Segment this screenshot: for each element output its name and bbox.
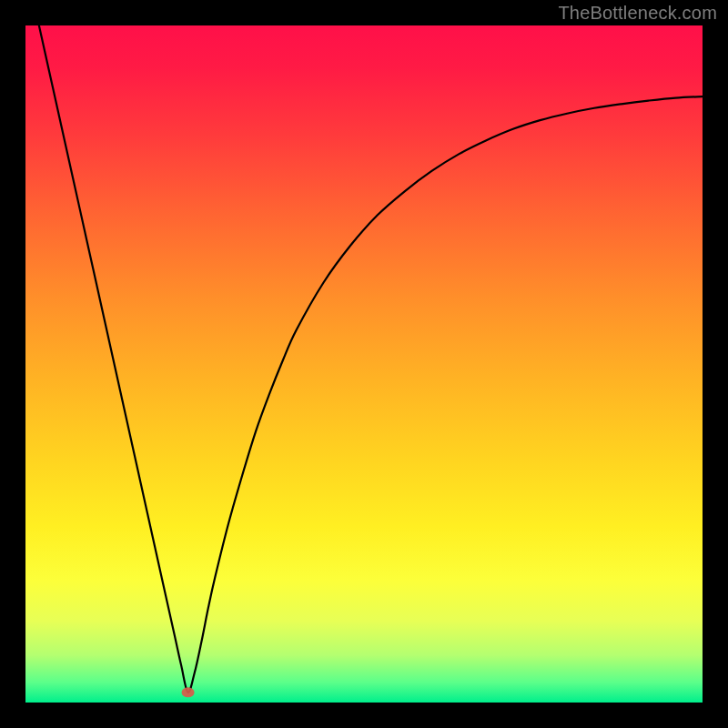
minimum-marker: [182, 687, 195, 697]
watermark-text: TheBottleneck.com: [558, 3, 717, 24]
bottleneck-chart: [25, 25, 703, 703]
gradient-background: [25, 25, 703, 703]
chart-frame: [25, 25, 703, 703]
